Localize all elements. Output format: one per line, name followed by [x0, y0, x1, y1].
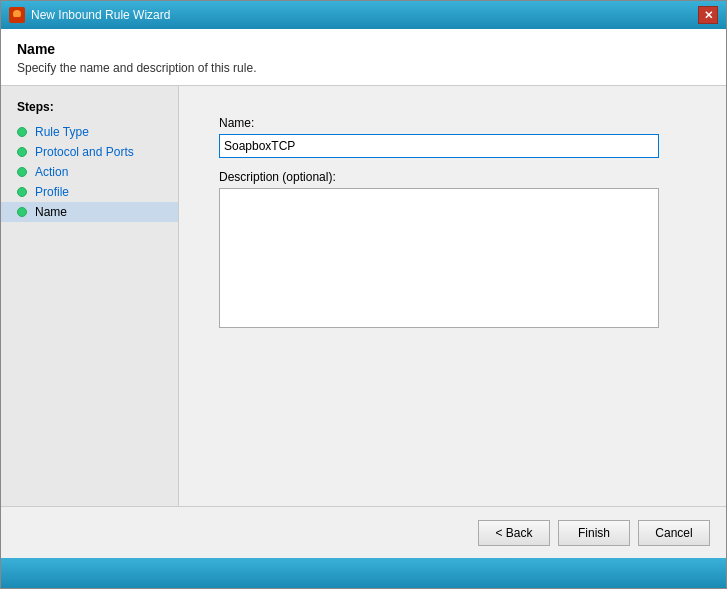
page-subtitle: Specify the name and description of this…	[17, 61, 710, 75]
name-form-group: Name:	[219, 116, 686, 158]
sidebar-item-protocol-ports[interactable]: Protocol and Ports	[1, 142, 178, 162]
sidebar-item-name[interactable]: Name	[1, 202, 178, 222]
name-input[interactable]	[219, 134, 659, 158]
sidebar-item-profile[interactable]: Profile	[1, 182, 178, 202]
cancel-button[interactable]: Cancel	[638, 520, 710, 546]
taskbar	[1, 558, 726, 588]
step-dot-profile	[17, 187, 27, 197]
window-title: New Inbound Rule Wizard	[31, 8, 170, 22]
step-dot-protocol	[17, 147, 27, 157]
sidebar-item-label-rule-type: Rule Type	[35, 125, 89, 139]
sidebar-item-label-protocol: Protocol and Ports	[35, 145, 134, 159]
header-section: Name Specify the name and description of…	[1, 29, 726, 86]
description-label: Description (optional):	[219, 170, 686, 184]
footer: < Back Finish Cancel	[1, 506, 726, 558]
description-form-group: Description (optional):	[219, 170, 686, 328]
step-dot-action	[17, 167, 27, 177]
wizard-window: New Inbound Rule Wizard ✕ Name Specify t…	[0, 0, 727, 589]
app-icon	[9, 7, 25, 23]
sidebar-item-label-action: Action	[35, 165, 68, 179]
svg-point-1	[13, 10, 21, 18]
page-title: Name	[17, 41, 710, 57]
back-button[interactable]: < Back	[478, 520, 550, 546]
sidebar-item-label-profile: Profile	[35, 185, 69, 199]
steps-label: Steps:	[1, 96, 178, 122]
description-textarea[interactable]	[219, 188, 659, 328]
finish-button[interactable]: Finish	[558, 520, 630, 546]
content-area: Name Specify the name and description of…	[1, 29, 726, 506]
sidebar-item-label-name: Name	[35, 205, 67, 219]
step-dot-name	[17, 207, 27, 217]
step-dot-rule-type	[17, 127, 27, 137]
sidebar-item-action[interactable]: Action	[1, 162, 178, 182]
titlebar-left: New Inbound Rule Wizard	[9, 7, 170, 23]
titlebar: New Inbound Rule Wizard ✕	[1, 1, 726, 29]
main-panel: Name: Description (optional):	[179, 86, 726, 506]
close-button[interactable]: ✕	[698, 6, 718, 24]
name-label: Name:	[219, 116, 686, 130]
sidebar: Steps: Rule Type Protocol and Ports Acti…	[1, 86, 179, 506]
body-section: Steps: Rule Type Protocol and Ports Acti…	[1, 86, 726, 506]
svg-rect-2	[14, 17, 20, 20]
sidebar-item-rule-type[interactable]: Rule Type	[1, 122, 178, 142]
